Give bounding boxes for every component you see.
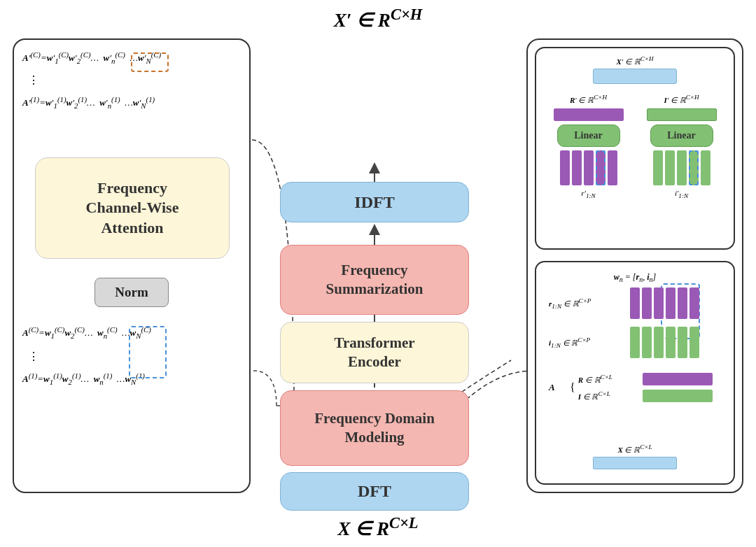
norm-label: Norm [115,285,148,300]
bottom-label: X ∈ RC×L [337,514,418,540]
left-bottom-math: A(C)=w1(C)w2(C)… wn(C) …wN(C) ⋮ A(1)=w1(… [22,322,241,483]
top-math-line2: A′(1)=w′1(1)w′2(1)… w′n(1) …w′N(1) [22,93,241,113]
linear-box-1: Linear [557,125,620,147]
rb-content: wn = [rn, in] r1:N ∈ ℝC×P [542,268,728,478]
i-prime-block [647,108,717,121]
left-top-math: A′(C)=w′1(C)w′2(C)… w′n(C) …w′N(C) ⋮ A′(… [22,48,241,146]
right-top-sub: X′ ∈ ℝC×H R′ ∈ ℝC×H Linear [535,47,735,250]
i-1n-row: i1:N ∈ ℝC×P [549,327,722,358]
i-prime-blocks [653,150,710,185]
right-box: X′ ∈ ℝC×H R′ ∈ ℝC×H Linear [526,38,743,493]
wn-label: wn = [rn, in] [614,272,656,283]
fdm-label: Frequency DomainModeling [314,409,435,448]
a-ri-area: A { R ∈ ℝC×L I ∈ ℝC×L [549,373,721,406]
r-seq-label: r′1:N [581,189,595,199]
norm-box: Norm [94,278,169,307]
freq-sum-label: FrequencySummarization [326,261,424,299]
transformer-label: TransformerEncoder [334,334,414,372]
r-prime-block [554,108,624,121]
blue-dashed-highlight [129,326,167,378]
orange-dashed-highlight [131,52,169,72]
i-prime-col: I′ ∈ ℝC×H Linear i′1:N [647,94,717,199]
i-seq-label: i′1:N [675,189,688,199]
freq-sum-box: FrequencySummarization [280,245,469,315]
x-prime-label: X′ ∈ ℝC×H [616,55,653,66]
linear-box-2: Linear [650,125,713,147]
r-1n-row: r1:N ∈ ℝC×P [549,287,722,319]
fcwa-label: FrequencyChannel-WiseAttention [86,178,179,239]
dft-label: DFT [358,482,391,501]
i-prime-label: I′ ∈ ℝC×H [664,94,699,105]
ri-prime-row: R′ ∈ ℝC×H Linear r′1:N I [542,94,728,199]
fcwa-box: FrequencyChannel-WiseAttention [35,157,230,259]
transformer-box: TransformerEncoder [280,322,469,383]
dft-box: DFT [280,472,469,511]
top-label: X′ ∈ RC×H [334,6,422,31]
x-bottom-area: X ∈ ℝC×L [593,443,677,469]
fdm-box: Frequency DomainModeling [280,390,469,466]
x-prime-block [593,69,677,84]
r-prime-label: R′ ∈ ℝC×H [570,94,607,105]
r-prime-col: R′ ∈ ℝC×H Linear r′1:N [554,94,624,199]
right-bottom-sub: wn = [rn, in] r1:N ∈ ℝC×P [535,261,735,485]
idft-label: IDFT [354,193,394,212]
idft-box: IDFT [280,182,469,222]
left-box: A′(C)=w′1(C)w′2(C)… w′n(C) …w′N(C) ⋮ A′(… [13,38,251,493]
output-x-prime-area: X′ ∈ ℝC×H [593,55,677,84]
r-prime-blocks [560,150,617,185]
